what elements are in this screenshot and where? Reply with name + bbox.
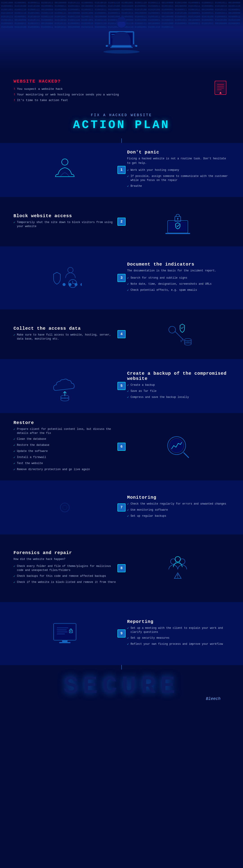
step-number-1: 1 — [117, 166, 126, 174]
step-4-check-0: ✓ Make sure to have full access to websi… — [13, 333, 117, 341]
step-6-check-1: ✓ Clean the database — [13, 437, 117, 441]
svg-point-56 — [178, 577, 178, 578]
check-icon: ✓ — [13, 333, 15, 337]
step-9: Reporting ✓ Set up a meeting with the cl… — [0, 602, 243, 665]
step-8-check-0: ✓ Check every folder and file of theme/p… — [13, 564, 117, 572]
step-5-check-1: ✓ Save as Tar file — [127, 389, 230, 393]
step-6-title: Restore — [13, 420, 117, 425]
step-number-9: 9 — [117, 629, 126, 638]
check-icon: ✓ — [127, 508, 129, 512]
hacked-item-3: ! It's time to take action fast — [13, 99, 205, 102]
step-7-title: Monitoring — [127, 495, 230, 500]
svg-line-48 — [184, 453, 188, 458]
step-9-check-1: ✓ Set up security measures — [127, 636, 230, 640]
step-number-8: 8 — [117, 564, 126, 572]
step-6: Restore ✓ Prepare client for potential c… — [0, 413, 243, 480]
step-9-title: Reporting — [127, 619, 230, 624]
step-8-title: Forensics and repair — [13, 550, 117, 555]
steps-container: Don't panic Fixing a hacked website is n… — [0, 138, 243, 670]
step-1-title: Don't panic — [127, 150, 230, 155]
step-6-check-4: ✓ Install a firewall — [13, 455, 117, 460]
step-7-check-2: ✓ Set up regular backups — [127, 514, 230, 518]
exclaim-icon: ! — [13, 99, 15, 102]
step-6-check-2: ✓ Restore the database — [13, 443, 117, 447]
check-icon: ✓ — [127, 514, 129, 518]
svg-point-18 — [220, 93, 221, 94]
step-1: Don't panic Fixing a hacked website is n… — [0, 143, 243, 197]
check-icon: ✓ — [13, 580, 15, 584]
check-icon: ✓ — [127, 288, 129, 292]
check-icon: ✓ — [13, 221, 15, 225]
svg-point-0 — [103, 50, 140, 54]
svg-point-19 — [62, 159, 68, 165]
step-5-check-2: ✓ Compress and save the backup locally — [127, 395, 230, 399]
title-section: FIX A HACKED WEBSITE ACTION PLAN — [0, 109, 243, 138]
exclaim-icon: ! — [13, 87, 15, 91]
check-icon: ✓ — [13, 443, 15, 447]
svg-point-53 — [175, 557, 180, 562]
svg-rect-2 — [110, 47, 133, 48]
step-1-check-1: ✓ If possible, assign someone to communi… — [127, 174, 230, 182]
svg-rect-65 — [62, 640, 67, 642]
step-5: Create a backup of the compromised websi… — [0, 359, 243, 413]
svg-rect-22 — [169, 222, 187, 232]
exclaim-icon: ! — [13, 93, 15, 96]
svg-rect-66 — [59, 642, 70, 643]
check-icon: ✓ — [13, 427, 15, 431]
step-2-title: Block website access — [13, 213, 117, 219]
step-number-4: 4 — [117, 330, 126, 338]
svg-point-49 — [60, 503, 69, 512]
step-8-check-2: ✓ Check if the website is black-listed a… — [13, 580, 117, 584]
check-icon: ✓ — [13, 456, 15, 460]
check-icon: ✓ — [127, 502, 129, 506]
svg-point-32 — [169, 326, 176, 333]
step-4-title: Collect the access data — [13, 326, 117, 331]
step-number-7: 7 — [117, 503, 126, 512]
step-6-check-6: ✓ Remove directory protection and go liv… — [13, 467, 117, 472]
svg-point-40 — [184, 340, 191, 343]
svg-rect-26 — [165, 233, 190, 234]
step-number-5: 5 — [117, 382, 126, 390]
check-icon: ✓ — [127, 168, 129, 173]
check-icon: ✓ — [13, 574, 15, 578]
step-3-check-1: ✓ Note date, time, designation, screensh… — [127, 282, 230, 286]
step-2-check-0: ✓ Temporarily shut the site down to bloc… — [13, 220, 117, 228]
step-1-check-2: ✓ Breathe — [127, 184, 230, 188]
check-icon: ✓ — [127, 389, 129, 393]
check-icon: ✓ — [127, 626, 129, 630]
step-5-title: Create a backup of the compromised websi… — [127, 371, 230, 381]
check-icon: ✓ — [13, 450, 15, 454]
check-icon: ✓ — [13, 564, 15, 568]
svg-text:● ● ● ● ●: ● ● ● ● ● — [63, 281, 82, 287]
step-7-check-0: ✓ Check the website regularly for errors… — [127, 502, 230, 506]
svg-point-24 — [177, 218, 178, 219]
hacked-item-1: ! You suspect a website hack — [13, 87, 205, 91]
step-9-check-0: ✓ Set up a meeting with the client to ex… — [127, 626, 230, 634]
check-icon: ✓ — [127, 184, 129, 188]
check-icon: ✓ — [127, 395, 129, 399]
check-icon: ✓ — [127, 282, 129, 286]
step-7-check-1: ✓ Use monitoring software — [127, 508, 230, 512]
step-6-check-5: ✓ Test the website — [13, 461, 117, 466]
step-3-title: Document the indicators — [127, 262, 230, 267]
check-icon: ✓ — [127, 383, 129, 387]
check-icon: ✓ — [127, 636, 129, 640]
secure-text: SECURE — [13, 674, 230, 699]
step-number-2: 2 — [117, 218, 126, 226]
hacked-left: WEBSITE HACKED? ! You suspect a website … — [13, 79, 205, 104]
step-3: ● ● ● ● ● Document the indicators The do… — [0, 246, 243, 309]
step-3-desc: The documentation is the basis for the i… — [127, 269, 230, 273]
check-icon: ✓ — [127, 276, 129, 280]
subtitle-text: FIX A HACKED WEBSITE — [13, 113, 230, 117]
svg-point-64 — [70, 631, 71, 632]
step-number-3: 3 — [117, 274, 126, 282]
step-8-check-1: ✓ Check backups for this code and remove… — [13, 574, 117, 578]
hacked-section: WEBSITE HACKED? ! You suspect a website … — [0, 72, 243, 109]
step-2: Block website access ✓ Temporarily shut … — [0, 197, 243, 246]
step-6-check-3: ✓ Update the software — [13, 449, 117, 454]
step-8: Forensics and repair How did the website… — [0, 534, 243, 602]
hacked-title: WEBSITE HACKED? — [13, 79, 205, 84]
step-7: Monitoring ✓ Check the website regularly… — [0, 480, 243, 534]
step-9-check-2: ✓ Reflect your own fixing process and im… — [127, 642, 230, 646]
hacked-right — [212, 79, 230, 97]
